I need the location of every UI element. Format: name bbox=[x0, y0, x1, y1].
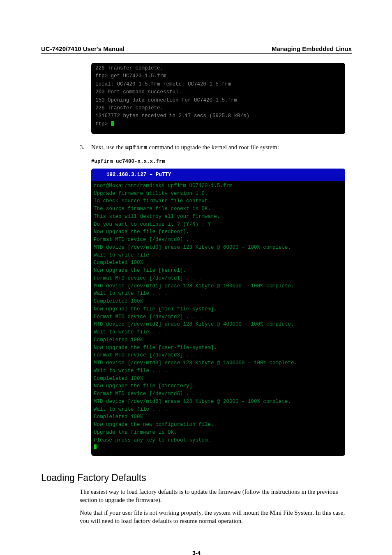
paragraph-1: The easiest way to load factory defaults… bbox=[80, 488, 352, 504]
page-number: 3-4 bbox=[41, 550, 352, 555]
command-line: #upfirm uc7400-x.x.x.frm bbox=[91, 159, 352, 164]
paragraph-2: Note that if your user file is not worki… bbox=[80, 509, 352, 525]
page-header: UC-7420/7410 User's Manual Managing Embe… bbox=[41, 45, 352, 54]
step-3: 3. Next, use the upfirm command to upgra… bbox=[80, 144, 352, 151]
terminal-output-ftp: 226 Transfer complete. ftp> get UC7420-1… bbox=[91, 63, 345, 134]
step-text: Next, use the upfirm command to upgrade … bbox=[91, 144, 279, 151]
terminal-ftp-text: 226 Transfer complete. ftp> get UC7420-1… bbox=[95, 65, 249, 127]
cursor-icon bbox=[94, 444, 97, 449]
cursor-icon bbox=[111, 121, 114, 126]
step-text-before: Next, use the bbox=[91, 144, 125, 150]
header-left: UC-7420/7410 User's Manual bbox=[41, 45, 125, 52]
section-heading-loading-factory-defaults: Loading Factory Defaults bbox=[41, 472, 352, 483]
step-text-after: command to upgrade the kernel and root f… bbox=[148, 144, 279, 150]
putty-body: root@Moxa:/mnt/ramdisk# upfirm UC7420-1.… bbox=[91, 181, 345, 452]
putty-body-text: root@Moxa:/mnt/ramdisk# upfirm UC7420-1.… bbox=[94, 183, 297, 443]
putty-titlebar: 192.168.3.127 – PuTTY bbox=[91, 169, 345, 181]
step-number: 3. bbox=[80, 144, 91, 151]
header-right: Managing Embedded Linux bbox=[272, 45, 352, 52]
code-upfirm: upfirm bbox=[125, 144, 147, 151]
terminal-putty: 192.168.3.127 – PuTTY root@Moxa:/mnt/ram… bbox=[91, 169, 345, 456]
